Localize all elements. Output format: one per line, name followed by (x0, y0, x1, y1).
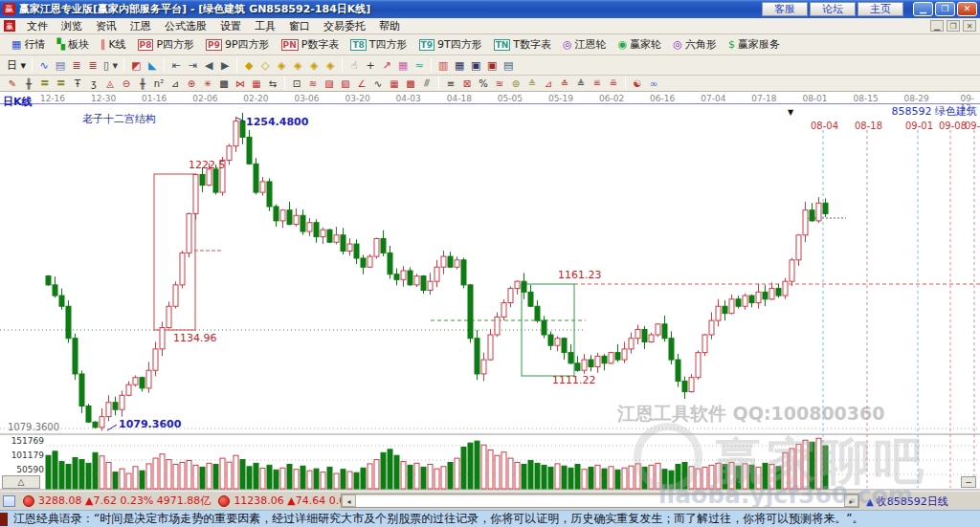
last-icon[interactable]: ⇥ (185, 57, 200, 73)
titlebar-button-论坛[interactable]: 论坛 (810, 2, 856, 16)
levels2-icon[interactable]: 〓 (54, 77, 69, 90)
mdi-minimize-button[interactable]: ▁ (930, 20, 944, 32)
approx-icon[interactable]: ≊ (492, 77, 507, 90)
gann-tool-1-icon[interactable]: ◆ (241, 57, 256, 73)
tab-板块[interactable]: ▚板块 (51, 35, 94, 54)
matrix-icon[interactable]: ▦ (387, 77, 402, 90)
rect-tool-icon[interactable]: ⊡ (289, 77, 304, 90)
mdi-close-button[interactable]: ✕ (963, 20, 976, 32)
sz-index-icon[interactable] (218, 495, 230, 507)
delete-box-icon[interactable]: ⊠ (459, 77, 475, 90)
bars-icon[interactable]: ≣ (69, 57, 84, 73)
tline-icon[interactable]: Ŧ (70, 77, 85, 90)
next-icon[interactable]: ▶ (217, 57, 233, 73)
sine-icon[interactable]: ∿ (370, 77, 386, 90)
tab-江恩轮[interactable]: ◎江恩轮 (557, 35, 612, 54)
list-icon[interactable]: ≡ (443, 77, 458, 90)
kchart-icon[interactable]: ◩ (128, 57, 144, 73)
index-quote-0[interactable]: 3288.08 ▲7.62 0.23% 4971.88亿 (38, 494, 211, 508)
fan-icon[interactable]: ✳ (200, 77, 215, 90)
calendar-icon[interactable]: ▥ (435, 57, 451, 73)
scroll-left-button[interactable]: ◂ (342, 494, 356, 507)
board-icon[interactable]: ▤ (53, 57, 68, 73)
spiral-icon[interactable]: ʒ (86, 77, 101, 90)
m-eq-icon[interactable]: ≞ (606, 77, 621, 90)
circle-icon[interactable]: ⊖ (119, 77, 134, 90)
trend-icon[interactable]: ∿ (36, 57, 52, 73)
grid-tool-icon[interactable]: ▦ (395, 57, 411, 73)
waves-icon[interactable]: ≋ (305, 77, 321, 90)
menu-item-窗口[interactable]: 窗口 (282, 18, 317, 34)
tab-P四方形[interactable]: P8P四方形 (132, 35, 201, 54)
triangle-icon[interactable]: ⊿ (167, 77, 183, 90)
gann-tool-5-icon[interactable]: ◈ (306, 57, 322, 73)
status-right[interactable]: ▲ 收858592日线 (866, 494, 948, 509)
menu-item-资讯[interactable]: 资讯 (89, 18, 123, 34)
minimize-button[interactable]: ▁ (913, 2, 933, 16)
hatch2-icon[interactable]: ▧ (338, 77, 353, 90)
calculator-icon[interactable]: ▦ (452, 57, 467, 73)
tab-9P四方形[interactable]: P99P四方形 (200, 35, 276, 54)
print-icon[interactable]: ▤ (501, 57, 516, 73)
wedge-icon[interactable]: ⊿ (541, 77, 556, 90)
grid-lines-icon[interactable]: ╫ (21, 77, 36, 90)
box-icon[interactable]: ▦ (249, 77, 264, 90)
flag-icon[interactable]: ◣ (145, 57, 160, 73)
tab-P数字表[interactable]: PNP数字表 (276, 35, 345, 54)
levels-icon[interactable]: 〓 (37, 77, 53, 90)
menu-item-文件[interactable]: 文件 (20, 18, 55, 34)
first-icon[interactable]: ⇤ (168, 57, 184, 73)
save2-icon[interactable]: ▣ (484, 57, 500, 73)
period-selector[interactable]: 日 ▾ (5, 57, 28, 73)
grid2-icon[interactable]: ▩ (216, 77, 232, 90)
scroll-right-button[interactable]: ▸ (844, 494, 858, 507)
delta-eq-icon[interactable]: ≜ (573, 77, 589, 90)
prev-icon[interactable]: ◀ (201, 57, 216, 73)
menu-item-浏览[interactable]: 浏览 (55, 18, 89, 34)
star-eq-icon[interactable]: ≛ (557, 77, 572, 90)
infinity-icon[interactable]: ∞ (646, 77, 661, 90)
menu-item-公式选股[interactable]: 公式选股 (158, 18, 213, 34)
tab-K线[interactable]: ∥K线 (95, 35, 132, 54)
hatch-icon[interactable]: ▨ (322, 77, 337, 90)
collapse-volume-button[interactable]: − (961, 476, 976, 488)
pen-icon[interactable]: ✎ (5, 77, 20, 90)
pointer-icon[interactable]: ↗ (379, 57, 394, 73)
target-icon[interactable]: ⊕ (184, 77, 199, 90)
menu-item-帮助[interactable]: 帮助 (372, 18, 407, 34)
menu-item-工具[interactable]: 工具 (248, 18, 282, 34)
wave-icon[interactable]: ≈ (412, 57, 427, 73)
tab-9T四方形[interactable]: T99T四方形 (413, 35, 488, 54)
gann-tool-2-icon[interactable]: ◇ (257, 57, 273, 73)
quote-grid-icon[interactable] (3, 495, 15, 507)
cross-icon[interactable]: + (363, 57, 378, 73)
tab-T四方形[interactable]: T8T四方形 (345, 35, 412, 54)
angle-icon[interactable]: ◬ (102, 77, 118, 90)
parallel-icon[interactable]: ⫻ (419, 77, 434, 90)
coin-icon[interactable]: ⊜ (508, 77, 523, 90)
tab-六角形[interactable]: ◎六角形 (667, 35, 723, 54)
horizontal-scrollbar[interactable]: ◂ ▸ (341, 494, 859, 508)
restore-button[interactable]: ❐ (935, 2, 955, 16)
sh-index-icon[interactable] (23, 495, 34, 507)
def-eq-icon[interactable]: ≝ (590, 77, 605, 90)
square-num-icon[interactable]: n² (151, 77, 167, 90)
save-icon[interactable]: ▣ (468, 57, 483, 73)
estimate-icon[interactable]: ≙ (524, 77, 540, 90)
yinyang-icon[interactable]: ☯ (630, 77, 645, 90)
candle-style-icon[interactable]: ▯ ▾ (101, 57, 120, 73)
swap-icon[interactable]: ⇆ (265, 77, 280, 90)
expand-panel-button[interactable]: △ (2, 475, 40, 489)
hand-icon[interactable]: ☝ (346, 57, 362, 73)
matrix2-icon[interactable]: ▩ (403, 77, 418, 90)
gann-tool-3-icon[interactable]: ◈ (274, 57, 289, 73)
kline-chart-area[interactable]: 12-1612-3001-1602-0602-2003-0603-2004-03… (0, 92, 980, 491)
mdi-restore-button[interactable]: ❐ (947, 20, 960, 32)
menu-item-设置[interactable]: 设置 (213, 18, 248, 34)
candlestick-canvas[interactable] (0, 92, 980, 491)
gann-tool-4-icon[interactable]: ◈ (290, 57, 305, 73)
tab-T数字表[interactable]: TNT数字表 (488, 35, 557, 54)
bowtie-icon[interactable]: ⋈ (233, 77, 248, 90)
menu-item-江恩[interactable]: 江恩 (123, 18, 158, 34)
titlebar-button-主页[interactable]: 主页 (858, 2, 903, 16)
